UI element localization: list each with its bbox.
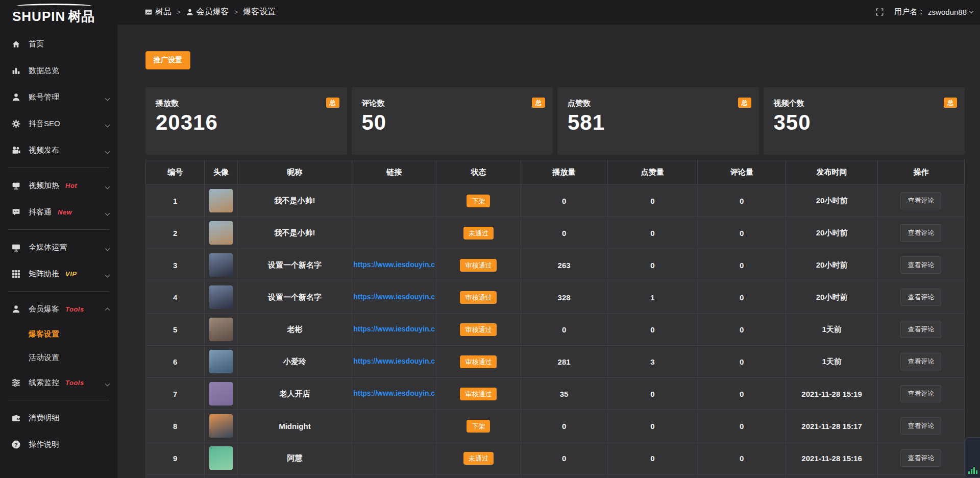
cell-plays: 0 bbox=[521, 185, 607, 217]
breadcrumb-item[interactable]: 会员爆客 bbox=[186, 7, 229, 17]
floating-widget[interactable] bbox=[965, 437, 980, 478]
cell-status: 未通过 bbox=[436, 217, 521, 249]
sidebar-item-tag: New bbox=[58, 208, 72, 216]
sidebar-item-label: 抖音SEO bbox=[29, 119, 60, 129]
user-menu[interactable]: 用户名：zswodun88 bbox=[894, 7, 973, 17]
cell-action: 查看评论 bbox=[877, 217, 964, 249]
cell-published: 2021-11-28 15:19 bbox=[786, 378, 878, 410]
cell-likes: 0 bbox=[607, 185, 697, 217]
sidebar-item-label: 消费明细 bbox=[29, 413, 59, 423]
cell-link bbox=[352, 410, 436, 442]
sidebar-subitem-活动设置[interactable]: 活动设置 bbox=[0, 346, 117, 369]
view-comments-button[interactable]: 查看评论 bbox=[900, 224, 941, 242]
chevron-down-icon bbox=[106, 378, 109, 387]
cell bbox=[786, 474, 878, 478]
cell-id: 3 bbox=[146, 249, 205, 281]
sidebar-item-会员爆客[interactable]: 会员爆客Tools bbox=[0, 296, 117, 322]
view-comments-button[interactable]: 查看评论 bbox=[900, 289, 941, 306]
sidebar-divider bbox=[8, 168, 109, 168]
sidebar-item-数据总览[interactable]: 数据总览 bbox=[0, 57, 117, 84]
username-label: 用户名： bbox=[894, 7, 925, 17]
chevron-up-icon bbox=[106, 305, 109, 314]
sidebar-item-矩阵助推[interactable]: 矩阵助推VIP bbox=[0, 260, 117, 287]
sidebar-item-视频加热[interactable]: 视频加热Hot bbox=[0, 172, 117, 199]
total-badge: 总 bbox=[326, 98, 339, 108]
topbar: 树品>会员爆客>爆客设置 用户名：zswodun88 bbox=[117, 0, 980, 25]
sidebar-subitem-爆客设置[interactable]: 爆客设置 bbox=[0, 322, 117, 346]
table-row: 5老彬https://www.iesdouyin.c审核通过0001天前查看评论 bbox=[146, 314, 965, 346]
view-comments-button[interactable]: 查看评论 bbox=[900, 321, 941, 338]
sidebar-item-label: 数据总览 bbox=[29, 66, 59, 76]
stat-card-value: 581 bbox=[568, 110, 749, 135]
sidebar-item-label: 抖客通 bbox=[29, 207, 52, 217]
video-link[interactable]: https://www.iesdouyin.c bbox=[353, 389, 435, 397]
cell-nickname: 小爱玲 bbox=[237, 346, 352, 378]
sidebar-item-账号管理[interactable]: 账号管理 bbox=[0, 84, 117, 110]
table-row: 7老人开店https://www.iesdouyin.c审核通过35002021… bbox=[146, 378, 965, 410]
view-comments-button[interactable]: 查看评论 bbox=[900, 385, 941, 402]
cell-comments: 0 bbox=[698, 281, 786, 314]
breadcrumb-label: 爆客设置 bbox=[243, 7, 276, 17]
sidebar-item-消费明细[interactable]: 消费明细 bbox=[0, 404, 117, 431]
view-comments-button[interactable]: 查看评论 bbox=[900, 417, 941, 435]
video-link[interactable]: https://www.iesdouyin.c bbox=[353, 357, 435, 365]
sidebar-divider bbox=[8, 229, 109, 230]
promo-settings-button[interactable]: 推广设置 bbox=[145, 51, 190, 69]
gear-icon bbox=[11, 119, 21, 129]
video-camera-icon bbox=[11, 146, 21, 155]
cell-id: 4 bbox=[146, 281, 205, 314]
stat-card-label: 视频个数 bbox=[774, 99, 955, 108]
table-row: 3设置一个新名字https://www.iesdouyin.c审核通过26300… bbox=[146, 249, 965, 281]
sidebar-item-label: 账号管理 bbox=[29, 92, 59, 102]
cell-plays: 0 bbox=[521, 217, 607, 249]
data-table: 编号头像昵称链接状态播放量点赞量评论量发布时间操作 1我不是小帅!下架00020… bbox=[145, 160, 965, 478]
column-header-播放量: 播放量 bbox=[521, 160, 607, 185]
sidebar-item-操作说明[interactable]: ?操作说明 bbox=[0, 431, 117, 458]
user-icon bbox=[186, 8, 194, 16]
view-comments-button[interactable]: 查看评论 bbox=[900, 192, 941, 209]
monitor-icon bbox=[11, 243, 21, 252]
breadcrumb-item[interactable]: 爆客设置 bbox=[243, 7, 276, 17]
bar-chart-icon bbox=[11, 66, 21, 76]
question-icon: ? bbox=[11, 440, 21, 449]
cell-status: 审核通过 bbox=[436, 314, 521, 346]
cell-status: 审核通过 bbox=[436, 378, 521, 410]
mini-chart-icon bbox=[968, 467, 977, 474]
breadcrumb-item[interactable]: 树品 bbox=[144, 7, 172, 17]
status-badge: 未通过 bbox=[463, 227, 494, 240]
view-comments-button[interactable]: 查看评论 bbox=[900, 353, 941, 370]
table-header-row: 编号头像昵称链接状态播放量点赞量评论量发布时间操作 bbox=[146, 160, 965, 185]
sliders-icon bbox=[11, 378, 21, 388]
video-link[interactable]: https://www.iesdouyin.c bbox=[353, 293, 435, 301]
column-header-编号: 编号 bbox=[146, 160, 205, 185]
sidebar-item-抖音SEO[interactable]: 抖音SEO bbox=[0, 110, 117, 137]
sidebar-item-全媒体运营[interactable]: 全媒体运营 bbox=[0, 234, 117, 260]
cell-action: 查看评论 bbox=[877, 281, 964, 314]
video-link[interactable]: https://www.iesdouyin.c bbox=[353, 325, 435, 333]
chevron-down-icon bbox=[106, 243, 109, 252]
sidebar: SHUPIN树品 首页数据总览账号管理抖音SEO视频发布视频加热Hot抖客通Ne… bbox=[0, 0, 117, 478]
avatar bbox=[209, 446, 233, 470]
sidebar-item-视频发布[interactable]: 视频发布 bbox=[0, 137, 117, 163]
sidebar-item-首页[interactable]: 首页 bbox=[0, 31, 117, 57]
sidebar-item-线索监控[interactable]: 线索监控Tools bbox=[0, 369, 117, 396]
logo-suffix: 树品 bbox=[68, 9, 94, 24]
cell-likes: 0 bbox=[607, 217, 697, 249]
avatar bbox=[209, 318, 233, 341]
column-header-链接: 链接 bbox=[352, 160, 436, 185]
sidebar-item-label: 线索监控 bbox=[29, 378, 59, 388]
cell-published: 20小时前 bbox=[786, 249, 878, 281]
cell-likes: 1 bbox=[607, 281, 697, 314]
view-comments-button[interactable]: 查看评论 bbox=[900, 256, 941, 274]
table-row-partial bbox=[146, 474, 965, 478]
status-badge: 审核通过 bbox=[460, 388, 497, 400]
sidebar-item-抖客通[interactable]: 抖客通New bbox=[0, 199, 117, 225]
fullscreen-icon[interactable] bbox=[875, 8, 884, 16]
status-badge: 审核通过 bbox=[460, 355, 497, 368]
cell-avatar bbox=[205, 249, 237, 281]
cell bbox=[607, 474, 697, 478]
view-comments-button[interactable]: 查看评论 bbox=[900, 449, 941, 467]
video-link[interactable]: https://www.iesdouyin.c bbox=[353, 260, 435, 269]
sidebar-item-tag: Tools bbox=[65, 305, 84, 313]
total-badge: 总 bbox=[738, 98, 751, 108]
